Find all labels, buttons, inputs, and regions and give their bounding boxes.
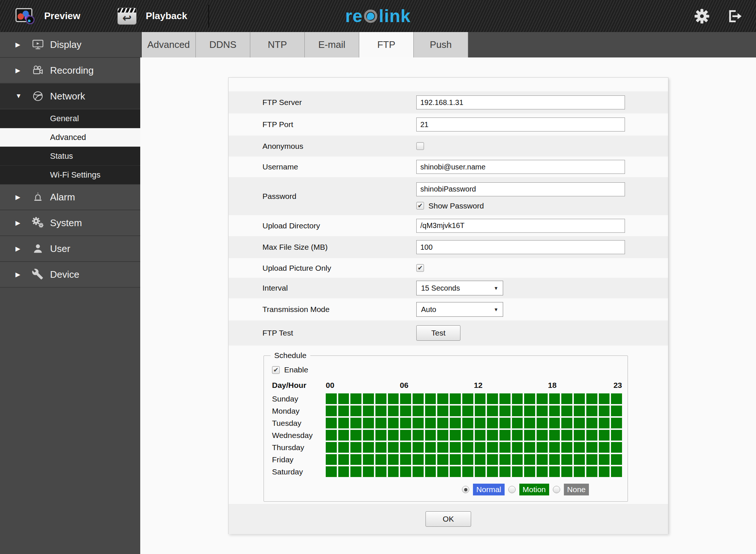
schedule-cell[interactable] bbox=[437, 442, 448, 453]
schedule-cell[interactable] bbox=[499, 454, 511, 465]
schedule-cell[interactable] bbox=[400, 442, 411, 453]
schedule-cell[interactable] bbox=[574, 393, 585, 404]
password-input[interactable] bbox=[416, 182, 625, 196]
mode-radio-none[interactable] bbox=[553, 486, 560, 493]
schedule-cell[interactable] bbox=[487, 442, 498, 453]
transmission-mode-select[interactable]: Auto ▼ bbox=[416, 302, 503, 317]
schedule-cell[interactable] bbox=[363, 454, 374, 465]
schedule-cell[interactable] bbox=[487, 454, 498, 465]
anonymous-checkbox[interactable] bbox=[416, 142, 424, 150]
schedule-cell[interactable] bbox=[512, 442, 523, 453]
schedule-cell[interactable] bbox=[537, 393, 548, 404]
schedule-cell[interactable] bbox=[487, 406, 498, 416]
schedule-cell[interactable] bbox=[561, 418, 572, 428]
schedule-cell[interactable] bbox=[611, 442, 622, 453]
schedule-cell[interactable] bbox=[524, 418, 535, 428]
schedule-cell[interactable] bbox=[549, 442, 560, 453]
schedule-cell[interactable] bbox=[561, 442, 572, 453]
schedule-cell[interactable] bbox=[375, 454, 386, 465]
schedule-cell[interactable] bbox=[599, 393, 610, 404]
schedule-cell[interactable] bbox=[375, 393, 386, 404]
schedule-cell[interactable] bbox=[487, 430, 498, 441]
schedule-cell[interactable] bbox=[561, 406, 572, 416]
sidebar-item-user[interactable]: ▶ User bbox=[0, 236, 140, 262]
schedule-cell[interactable] bbox=[388, 418, 399, 428]
schedule-cell[interactable] bbox=[375, 418, 386, 428]
schedule-cell[interactable] bbox=[388, 430, 399, 441]
tab-email[interactable]: E-mail bbox=[305, 32, 359, 57]
schedule-cell[interactable] bbox=[462, 442, 473, 453]
schedule-cell[interactable] bbox=[437, 418, 448, 428]
schedule-cell[interactable] bbox=[363, 418, 374, 428]
schedule-cell[interactable] bbox=[611, 406, 622, 416]
schedule-cell[interactable] bbox=[586, 454, 597, 465]
schedule-cell[interactable] bbox=[475, 406, 486, 416]
schedule-cell[interactable] bbox=[537, 442, 548, 453]
schedule-cell[interactable] bbox=[574, 430, 585, 441]
schedule-cell[interactable] bbox=[425, 442, 436, 453]
schedule-cell[interactable] bbox=[537, 418, 548, 428]
sidebar-item-recording[interactable]: ▶ Recording bbox=[0, 58, 140, 84]
schedule-cell[interactable] bbox=[611, 430, 622, 441]
ftp-port-input[interactable] bbox=[416, 118, 625, 132]
schedule-cell[interactable] bbox=[487, 466, 498, 477]
schedule-cell[interactable] bbox=[326, 454, 337, 465]
schedule-cell[interactable] bbox=[524, 406, 535, 416]
schedule-cell[interactable] bbox=[561, 466, 572, 477]
schedule-cell[interactable] bbox=[561, 454, 572, 465]
schedule-cell[interactable] bbox=[375, 442, 386, 453]
schedule-cell[interactable] bbox=[611, 466, 622, 477]
schedule-cell[interactable] bbox=[388, 406, 399, 416]
schedule-cell[interactable] bbox=[462, 393, 473, 404]
schedule-cell[interactable] bbox=[537, 430, 548, 441]
sidebar-item-device[interactable]: ▶ Device bbox=[0, 262, 140, 288]
schedule-cell[interactable] bbox=[574, 466, 585, 477]
sidebar-item-display[interactable]: ▶ Display bbox=[0, 32, 140, 58]
schedule-cell[interactable] bbox=[499, 393, 511, 404]
schedule-cell[interactable] bbox=[599, 418, 610, 428]
schedule-cell[interactable] bbox=[574, 442, 585, 453]
schedule-cell[interactable] bbox=[611, 454, 622, 465]
schedule-cell[interactable] bbox=[350, 418, 361, 428]
schedule-cell[interactable] bbox=[413, 466, 424, 477]
sidebar-subitem-status[interactable]: Status bbox=[0, 147, 140, 166]
schedule-cell[interactable] bbox=[586, 430, 597, 441]
schedule-cell[interactable] bbox=[350, 442, 361, 453]
schedule-cell[interactable] bbox=[599, 466, 610, 477]
schedule-cell[interactable] bbox=[388, 466, 399, 477]
schedule-cell[interactable] bbox=[549, 406, 560, 416]
schedule-cell[interactable] bbox=[462, 454, 473, 465]
tab-ddns[interactable]: DDNS bbox=[196, 32, 250, 57]
schedule-cell[interactable] bbox=[512, 466, 523, 477]
schedule-cell[interactable] bbox=[363, 430, 374, 441]
schedule-cell[interactable] bbox=[549, 454, 560, 465]
sidebar-item-network[interactable]: ▼ Network bbox=[0, 84, 140, 109]
schedule-cell[interactable] bbox=[450, 393, 461, 404]
schedule-cell[interactable] bbox=[499, 430, 511, 441]
schedule-cell[interactable] bbox=[537, 406, 548, 416]
schedule-cell[interactable] bbox=[574, 454, 585, 465]
schedule-cell[interactable] bbox=[437, 466, 448, 477]
schedule-cell[interactable] bbox=[586, 442, 597, 453]
schedule-cell[interactable] bbox=[524, 466, 535, 477]
schedule-cell[interactable] bbox=[462, 418, 473, 428]
schedule-cell[interactable] bbox=[375, 406, 386, 416]
schedule-cell[interactable] bbox=[524, 393, 535, 404]
schedule-cell[interactable] bbox=[549, 393, 560, 404]
schedule-cell[interactable] bbox=[599, 406, 610, 416]
schedule-cell[interactable] bbox=[400, 406, 411, 416]
schedule-cell[interactable] bbox=[512, 454, 523, 465]
mode-radio-motion[interactable] bbox=[508, 486, 516, 493]
schedule-cell[interactable] bbox=[326, 442, 337, 453]
schedule-cell[interactable] bbox=[475, 393, 486, 404]
schedule-cell[interactable] bbox=[499, 406, 511, 416]
schedule-cell[interactable] bbox=[499, 442, 511, 453]
schedule-cell[interactable] bbox=[549, 430, 560, 441]
schedule-cell[interactable] bbox=[450, 442, 461, 453]
schedule-cell[interactable] bbox=[524, 442, 535, 453]
schedule-cell[interactable] bbox=[400, 466, 411, 477]
schedule-cell[interactable] bbox=[437, 454, 448, 465]
schedule-cell[interactable] bbox=[524, 454, 535, 465]
schedule-cell[interactable] bbox=[425, 393, 436, 404]
schedule-cell[interactable] bbox=[475, 430, 486, 441]
